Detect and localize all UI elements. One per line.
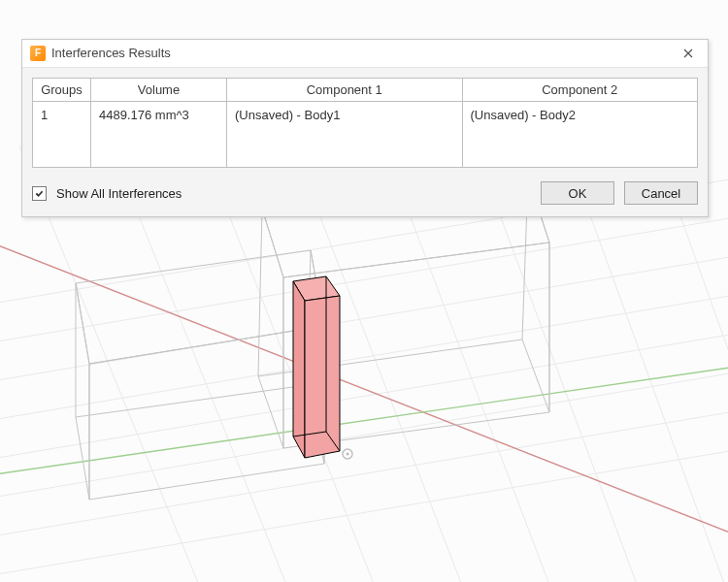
ok-button[interactable]: OK: [541, 181, 614, 205]
y-axis: [0, 361, 728, 479]
svg-marker-22: [258, 209, 283, 448]
svg-point-27: [347, 453, 349, 456]
cell-volume: 4489.176 mm^3: [91, 102, 227, 129]
app-icon: F: [30, 46, 46, 61]
show-all-label[interactable]: Show All Interferences: [56, 186, 182, 201]
svg-marker-19: [89, 326, 324, 500]
origin-marker: [343, 449, 352, 459]
show-all-checkbox[interactable]: [32, 186, 47, 201]
svg-line-1: [0, 388, 728, 543]
cell-comp1: (Unsaved) - Body1: [227, 102, 463, 129]
dialog-titlebar[interactable]: F Interferences Results: [22, 40, 708, 68]
svg-marker-17: [76, 283, 89, 500]
table-header-row: Groups Volume Component 1 Component 2: [33, 79, 698, 102]
svg-line-6: [0, 194, 728, 349]
cancel-button[interactable]: Cancel: [624, 181, 698, 205]
interferences-dialog: F Interferences Results Groups Volume Co…: [21, 39, 709, 217]
col-comp1[interactable]: Component 1: [227, 79, 463, 102]
dialog-title: Interferences Results: [51, 40, 671, 67]
col-groups[interactable]: Groups: [33, 79, 91, 102]
table-row[interactable]: 1 4489.176 mm^3 (Unsaved) - Body1 (Unsav…: [33, 102, 698, 129]
cell-comp2: (Unsaved) - Body2: [462, 102, 698, 129]
svg-line-3: [0, 310, 728, 466]
col-comp2[interactable]: Component 2: [462, 79, 698, 102]
close-icon[interactable]: [677, 44, 700, 63]
results-table[interactable]: Groups Volume Component 1 Component 2 1 …: [32, 78, 698, 168]
svg-line-20: [76, 385, 307, 417]
svg-marker-29: [293, 281, 305, 458]
dialog-body: Groups Volume Component 1 Component 2 1 …: [22, 68, 708, 176]
table-empty-row: [33, 128, 698, 168]
dialog-footer: Show All Interferences OK Cancel: [22, 176, 708, 216]
cell-group: 1: [33, 102, 91, 129]
svg-line-2: [0, 349, 728, 504]
col-volume[interactable]: Volume: [91, 79, 227, 102]
interference-solid: [293, 276, 340, 458]
